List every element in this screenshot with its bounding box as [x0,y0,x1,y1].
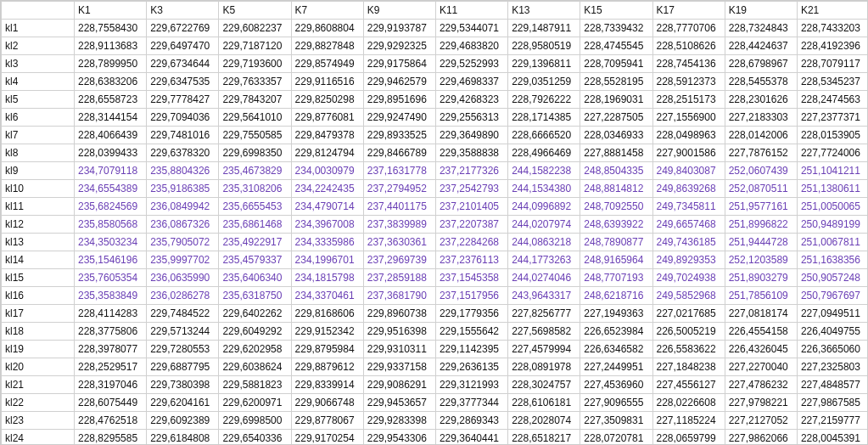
data-cell[interactable]: 236,0286278 [147,287,219,305]
data-cell[interactable]: 229,2556313 [435,109,507,127]
row-header[interactable]: kl4 [2,73,75,91]
data-cell[interactable]: 229,3121993 [435,376,507,394]
data-cell[interactable]: 234,6554389 [75,180,147,198]
data-cell[interactable]: 227,2127052 [725,412,797,430]
row-header[interactable]: kl20 [2,358,75,376]
data-cell[interactable]: 237,2177326 [435,162,507,180]
data-cell[interactable]: 251,0050065 [797,198,868,216]
data-cell[interactable]: 229,4268323 [435,91,507,109]
data-cell[interactable]: 229,1487911 [508,20,580,37]
data-cell[interactable]: 229,7187120 [219,37,291,55]
data-cell[interactable]: 227,2449951 [580,358,652,376]
data-cell[interactable]: 229,6887795 [147,358,219,376]
data-cell[interactable]: 229,9453657 [363,394,435,412]
col-header[interactable]: K5 [219,2,291,20]
data-cell[interactable]: 229,6049292 [219,323,291,341]
data-cell[interactable]: 228,6666520 [508,127,580,144]
data-cell[interactable]: 229,8466789 [363,144,435,162]
data-cell[interactable]: 229,8951696 [363,91,435,109]
row-header[interactable]: kl12 [2,216,75,234]
data-cell[interactable]: 248,6218716 [580,287,652,305]
row-header[interactable]: kl11 [2,198,75,216]
data-cell[interactable]: 235,6318750 [219,287,291,305]
data-cell[interactable]: 227,4786232 [725,376,797,394]
data-cell[interactable]: 229,7193600 [219,55,291,73]
data-cell[interactable]: 234,3370461 [291,287,363,305]
data-cell[interactable]: 228,7558430 [75,20,147,37]
data-cell[interactable]: 229,7280553 [147,341,219,358]
data-cell[interactable]: 244,0274046 [508,269,580,287]
data-cell[interactable]: 228,0226608 [652,394,725,412]
col-header[interactable]: K17 [652,2,725,20]
data-cell[interactable]: 227,4848577 [797,376,868,394]
data-cell[interactable]: 229,5252993 [435,55,507,73]
col-header[interactable]: K11 [435,2,507,20]
data-cell[interactable]: 228,3024757 [508,376,580,394]
data-cell[interactable]: 229,7380398 [147,376,219,394]
data-cell[interactable]: 229,8608804 [291,20,363,37]
data-cell[interactable]: 226,6523984 [580,323,652,341]
col-header[interactable]: K21 [797,2,868,20]
data-cell[interactable]: 228,7079117 [797,55,868,73]
row-header[interactable]: kl5 [2,91,75,109]
data-cell[interactable]: 237,2284268 [435,234,507,251]
data-cell[interactable]: 229,3649890 [435,127,507,144]
data-cell[interactable]: 229,6378320 [147,144,219,162]
row-header[interactable]: kl14 [2,251,75,269]
data-cell[interactable]: 229,6202958 [219,341,291,358]
data-cell[interactable]: 228,4966469 [508,144,580,162]
data-cell[interactable]: 228,9580519 [508,37,580,55]
data-cell[interactable]: 226,6346582 [580,341,652,358]
data-cell[interactable]: 235,9186385 [147,180,219,198]
data-cell[interactable]: 251,1638356 [797,251,868,269]
data-cell[interactable]: 235,6861468 [219,216,291,234]
data-cell[interactable]: 227,9001586 [652,144,725,162]
data-cell[interactable]: 228,0153905 [797,127,868,144]
data-cell[interactable]: 229,8879612 [291,358,363,376]
data-cell[interactable]: 227,1556900 [652,109,725,127]
data-cell[interactable]: 227,2270040 [725,358,797,376]
data-cell[interactable]: 228,0142006 [725,127,797,144]
data-cell[interactable]: 235,8580568 [75,216,147,234]
data-cell[interactable]: 229,9462579 [363,73,435,91]
data-cell[interactable]: 228,0720781 [580,430,652,446]
data-cell[interactable]: 227,3509831 [580,412,652,430]
data-cell[interactable]: 251,8903279 [725,269,797,287]
data-cell[interactable]: 229,7094036 [147,109,219,127]
data-cell[interactable]: 227,0217685 [652,305,725,323]
data-cell[interactable]: 227,0818174 [725,305,797,323]
data-cell[interactable]: 229,8778067 [291,412,363,430]
data-cell[interactable]: 229,1142395 [435,341,507,358]
data-cell[interactable]: 229,6184808 [147,430,219,446]
row-header[interactable]: kl24 [2,430,75,446]
data-cell[interactable]: 237,3630361 [363,234,435,251]
data-cell[interactable]: 228,5912373 [652,73,725,91]
row-header[interactable]: kl2 [2,37,75,55]
data-cell[interactable]: 227,8881458 [580,144,652,162]
data-cell[interactable]: 234,1815798 [291,269,363,287]
data-cell[interactable]: 237,2101405 [435,198,507,216]
data-cell[interactable]: 229,7481016 [147,127,219,144]
data-cell[interactable]: 226,5005219 [652,323,725,341]
data-cell[interactable]: 229,8574949 [291,55,363,73]
data-cell[interactable]: 235,6655453 [219,198,291,216]
data-cell[interactable]: 234,3503234 [75,234,147,251]
data-cell[interactable]: 229,8776081 [291,109,363,127]
data-cell[interactable]: 228,7095941 [580,55,652,73]
row-header[interactable]: kl8 [2,144,75,162]
data-cell[interactable]: 248,7092550 [580,198,652,216]
data-cell[interactable]: 235,6406340 [219,269,291,287]
data-cell[interactable]: 237,1517956 [435,287,507,305]
data-cell[interactable]: 237,2207387 [435,216,507,234]
data-cell[interactable]: 228,6558723 [75,91,147,109]
data-cell[interactable]: 227,8256777 [508,305,580,323]
data-cell[interactable]: 227,2159777 [797,412,868,430]
data-cell[interactable]: 227,0949511 [797,305,868,323]
data-cell[interactable]: 228,5108626 [652,37,725,55]
data-cell[interactable]: 229,3640441 [435,430,507,446]
row-header[interactable]: kl3 [2,55,75,73]
data-cell[interactable]: 229,9247490 [363,109,435,127]
data-cell[interactable]: 226,4326045 [725,341,797,358]
data-cell[interactable]: 227,9096555 [580,394,652,412]
data-cell[interactable]: 228,7339432 [580,20,652,37]
